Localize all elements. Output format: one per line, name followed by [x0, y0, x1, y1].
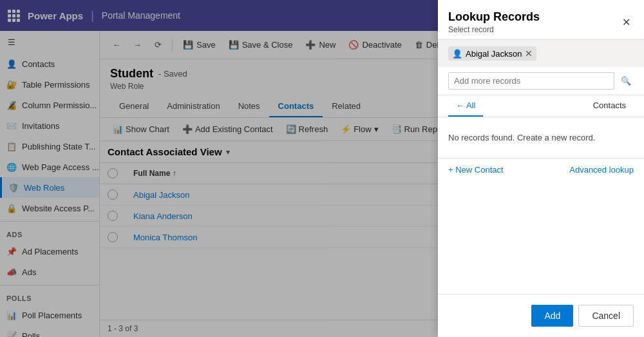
new-contact-row: + New Contact Advanced lookup — [438, 158, 644, 181]
cancel-button[interactable]: Cancel — [578, 305, 634, 327]
advanced-lookup-button[interactable]: Advanced lookup — [569, 165, 634, 175]
selected-tag-area: 👤 Abigal Jackson ✕ — [438, 40, 644, 67]
no-records-message: No records found. Create a new record. — [438, 117, 644, 158]
search-button[interactable]: 🔍 — [618, 73, 634, 88]
add-button[interactable]: Add — [531, 305, 573, 327]
tag-remove-button[interactable]: ✕ — [525, 48, 533, 59]
lookup-header: Lookup Records Select record ✕ — [438, 0, 644, 40]
lookup-footer: Add Cancel — [438, 294, 644, 337]
lookup-close-button[interactable]: ✕ — [618, 15, 634, 30]
lookup-panel: Lookup Records Select record ✕ 👤 Abigal … — [438, 0, 644, 337]
selected-tag: 👤 Abigal Jackson ✕ — [448, 46, 536, 61]
filter-tabs: ← All Contacts — [438, 95, 644, 117]
tag-person-icon: 👤 — [452, 49, 462, 59]
new-contact-button[interactable]: + New Contact — [448, 165, 504, 175]
tag-name: Abigal Jackson — [466, 49, 522, 59]
lookup-title: Lookup Records — [448, 10, 540, 24]
filter-tab-contacts[interactable]: Contacts — [585, 95, 634, 117]
filter-tab-all[interactable]: ← All — [448, 95, 483, 117]
search-row: 🔍 — [438, 67, 644, 95]
new-contact-label: + New Contact — [448, 165, 504, 175]
lookup-subtitle: Select record — [448, 25, 540, 34]
search-input[interactable] — [448, 72, 614, 90]
